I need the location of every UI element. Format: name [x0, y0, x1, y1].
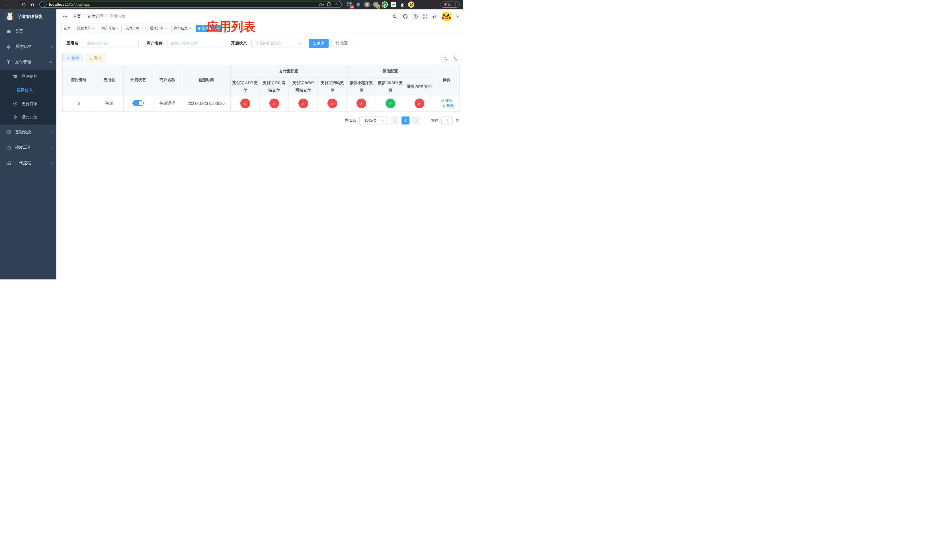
sidebar-item-merchant-info[interactable]: 商户信息: [0, 70, 56, 83]
col-app-name: 应用名: [95, 65, 124, 95]
table-toolbar: ＋ 新增 导出: [62, 54, 459, 62]
export-button[interactable]: 导出: [86, 54, 105, 62]
refresh-table-button[interactable]: [452, 54, 459, 62]
col-wx-app: 微信 APP 支付: [405, 78, 434, 95]
browser-profile-avatar[interactable]: [408, 2, 414, 8]
bookmark-star-icon[interactable]: ☆: [334, 2, 338, 7]
home-icon[interactable]: [29, 1, 36, 8]
close-icon[interactable]: ×: [117, 26, 119, 30]
forward-icon[interactable]: →: [12, 1, 19, 8]
sidebar-item-infra[interactable]: 基础设施: [0, 124, 56, 140]
yen-icon: ¥: [6, 59, 11, 65]
app-table: 应用编号 应用名 开启状态 商户名称 创建时间 支付宝配置 微信配置 操作 支付…: [62, 65, 460, 112]
password-key-icon[interactable]: [319, 3, 324, 6]
user-avatar[interactable]: [442, 12, 451, 21]
breadcrumb-current: 应用信息: [109, 14, 125, 19]
github-icon[interactable]: [402, 14, 408, 20]
sidebar-collapse-icon[interactable]: [61, 12, 70, 21]
close-icon[interactable]: ×: [92, 26, 95, 30]
header-search-icon[interactable]: [392, 14, 398, 19]
sidebar-item-workflow[interactable]: 工作流程: [0, 155, 56, 171]
extension-tampermonkey-icon[interactable]: 10: [346, 2, 353, 8]
extensions-puzzle-icon[interactable]: [399, 2, 406, 8]
avatar-dropdown-caret[interactable]: [456, 16, 459, 17]
refresh-icon: [454, 57, 457, 60]
breadcrumb-pay[interactable]: 支付管理: [87, 14, 103, 19]
cell-wx-mini: ×: [347, 95, 376, 112]
app-name-label: 应用名: [67, 41, 78, 46]
pay-status-icon[interactable]: ✓: [386, 98, 395, 108]
url-text: localhost:1024/pay/app: [49, 2, 90, 6]
plus-icon: ＋: [67, 56, 70, 60]
tab-refund-order[interactable]: 退款订单×: [147, 25, 170, 32]
prev-page-button[interactable]: [391, 117, 399, 124]
merchant-name-input[interactable]: [167, 39, 223, 48]
enabled-switch[interactable]: [132, 100, 144, 106]
cell-merchant: 芋道源码: [153, 95, 182, 112]
gear-icon: [6, 44, 11, 49]
close-icon[interactable]: ×: [141, 26, 143, 30]
browser-menu-icon[interactable]: ⋮: [453, 2, 457, 6]
back-icon[interactable]: ←: [3, 1, 10, 8]
tab-process-form[interactable]: 流程表单×: [75, 25, 97, 32]
app-logo[interactable]: 芋道管理系统: [0, 9, 56, 24]
sidebar-item-home[interactable]: 首页: [0, 24, 56, 39]
extension-command-icon[interactable]: ⌘: [364, 2, 370, 8]
goto-page-input[interactable]: [441, 117, 453, 124]
pay-status-icon[interactable]: ×: [240, 98, 250, 108]
next-page-button[interactable]: [412, 117, 420, 124]
tab-merchant-info[interactable]: 商户信息×: [171, 25, 194, 32]
sidebar-item-pay-order[interactable]: ¥ 支付订单: [0, 97, 56, 111]
status-select[interactable]: 请选择开启状态: [251, 39, 303, 48]
app-name-input[interactable]: [83, 39, 139, 48]
add-button[interactable]: ＋ 新增: [62, 54, 83, 62]
chevron-down-icon: [50, 161, 53, 164]
url-bar[interactable]: i localhost:1024/pay/app ☆: [39, 1, 342, 8]
sidebar-item-app-info[interactable]: 应用信息: [0, 83, 56, 97]
breadcrumb-home[interactable]: 首页: [73, 14, 81, 19]
extension-y-icon[interactable]: y: [381, 2, 388, 8]
edit-link[interactable]: 修改: [441, 98, 452, 103]
sidebar-item-refund-order[interactable]: 退款订单: [0, 111, 56, 124]
search-button[interactable]: 搜索: [309, 39, 328, 48]
extension-balloon-icon[interactable]: [355, 2, 362, 8]
help-icon[interactable]: ?: [413, 14, 418, 19]
page-size-select[interactable]: 10条/页: [359, 117, 388, 124]
extension-badge: 10: [350, 5, 354, 9]
pay-status-icon[interactable]: ×: [269, 98, 279, 108]
documents-icon: [13, 115, 17, 121]
close-icon[interactable]: ×: [165, 26, 168, 30]
download-icon: [90, 57, 92, 59]
col-app-id: 应用编号: [63, 65, 95, 95]
cell-alipay-wap: ×: [289, 95, 318, 112]
navbar: 首页 / 支付管理 / 应用信息 ?: [56, 9, 463, 24]
reload-icon[interactable]: [21, 1, 27, 8]
reset-button[interactable]: 重置: [331, 39, 352, 48]
sidebar-item-dev-tools[interactable]: 研发工具: [0, 140, 56, 155]
sidebar-item-system[interactable]: 系统管理: [0, 39, 56, 54]
fullscreen-icon[interactable]: [422, 14, 428, 19]
chevron-down-icon: [50, 45, 53, 48]
extension-recorder-icon[interactable]: 1: [373, 2, 379, 8]
col-merchant: 商户名称: [153, 65, 182, 95]
pay-status-icon[interactable]: ×: [415, 98, 424, 108]
cell-wx-app: ×: [405, 95, 434, 112]
pay-status-icon[interactable]: ×: [327, 98, 337, 108]
tab-pay-order[interactable]: 支付订单×: [123, 25, 146, 32]
tab-user-group[interactable]: 用户分组×: [99, 25, 122, 32]
toggle-search-button[interactable]: [441, 54, 448, 62]
site-info-icon[interactable]: i: [43, 3, 47, 6]
font-size-icon[interactable]: TT: [433, 14, 437, 19]
browser-update-button[interactable]: 更新 ⋮: [440, 1, 460, 8]
pay-status-icon[interactable]: ×: [357, 98, 366, 108]
extensions-area: 10 ⌘ 1 y: [346, 2, 414, 8]
extension-notes-icon[interactable]: [390, 2, 396, 8]
col-alipay-qr: 支付宝扫码支付: [318, 78, 347, 95]
current-page-button[interactable]: 1: [401, 117, 410, 124]
sidebar-item-pay[interactable]: ¥ 支付管理: [0, 54, 56, 70]
share-icon[interactable]: [327, 2, 331, 7]
tab-home[interactable]: 首页: [61, 25, 73, 32]
pay-status-icon[interactable]: ×: [298, 98, 308, 108]
close-icon[interactable]: ×: [189, 26, 192, 30]
delete-link[interactable]: 删除: [442, 103, 454, 109]
